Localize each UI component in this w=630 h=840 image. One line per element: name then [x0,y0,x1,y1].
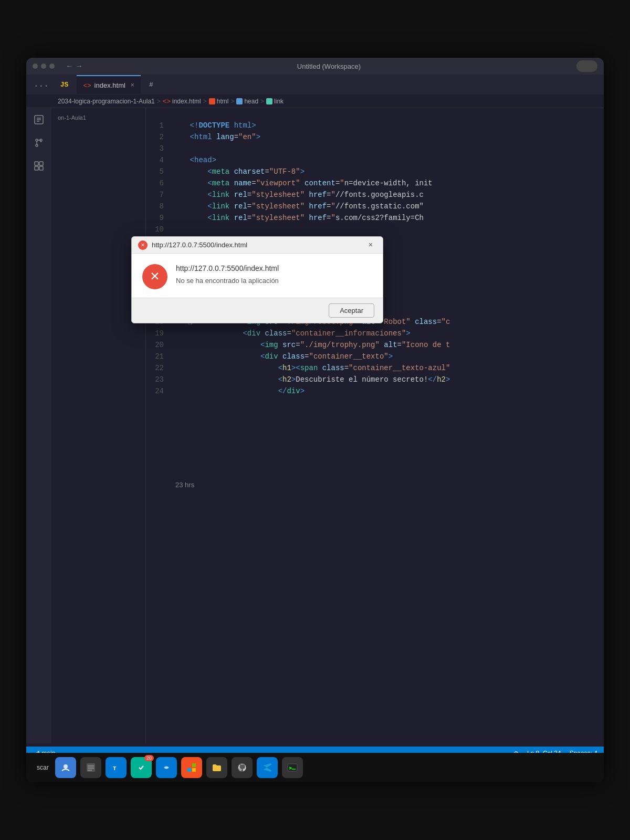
dialog-title-text: http://127.0.0.7:5500/index.html [152,241,361,249]
dialog-close-button[interactable]: × [365,239,376,251]
screen: ← → Untitled (Workspace) ... JS <> index… [26,58,604,782]
dialog-accept-button[interactable]: Aceptar [329,303,374,318]
error-dialog[interactable]: ✕ http://127.0.0.7:5500/index.html × ✕ h… [131,236,383,323]
dialog-footer: Aceptar [132,298,383,323]
laptop-frame: ← → Untitled (Workspace) ... JS <> index… [0,0,630,840]
dialog-error-x-symbol: ✕ [151,269,160,284]
dialog-body: ✕ http://127.0.0.7:5500/index.html No se… [132,254,383,298]
dialog-title-error-icon: ✕ [138,240,148,250]
dialog-error-icon: ✕ [142,264,167,289]
dialog-overlay: ✕ http://127.0.0.7:5500/index.html × ✕ h… [26,58,604,782]
dialog-message-text: No se ha encontrado la aplicación [176,277,372,285]
dialog-url-text: http://127.0.0.7:5500/index.html [176,264,372,272]
dialog-content: http://127.0.0.7:5500/index.html No se h… [176,264,372,285]
dialog-titlebar: ✕ http://127.0.0.7:5500/index.html × [132,237,383,254]
